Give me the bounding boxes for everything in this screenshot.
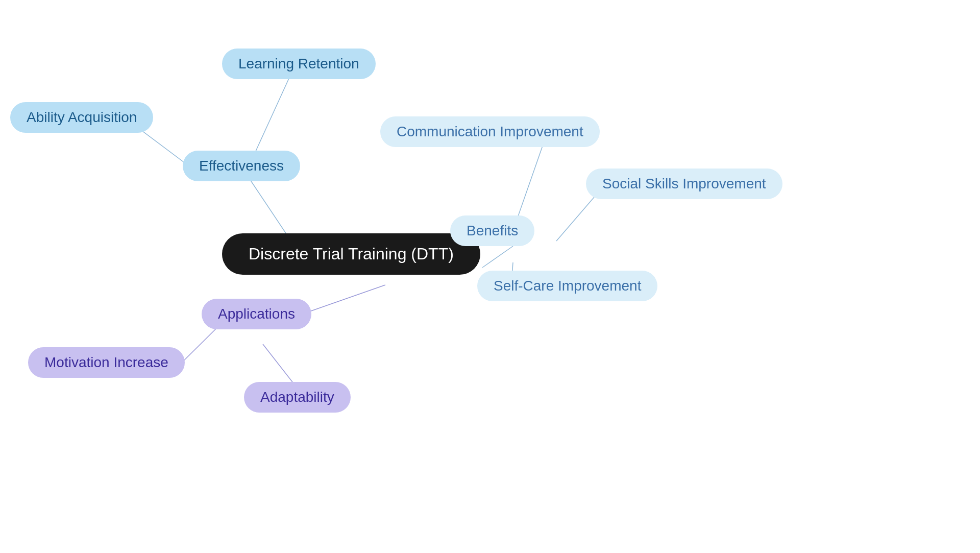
communication-improvement-node: Communication Improvement [380, 116, 600, 147]
benefits-node: Benefits [450, 215, 534, 246]
center-node: Discrete Trial Training (DTT) [222, 233, 480, 275]
self-care-improvement-node: Self-Care Improvement [477, 271, 657, 301]
applications-node: Applications [202, 299, 311, 329]
learning-retention-node: Learning Retention [222, 49, 376, 79]
adaptability-node: Adaptability [244, 382, 351, 413]
svg-line-5 [556, 197, 595, 241]
motivation-increase-node: Motivation Increase [28, 347, 185, 378]
ability-acquisition-node: Ability Acquisition [10, 102, 153, 133]
svg-line-1 [250, 74, 291, 163]
social-skills-improvement-node: Social Skills Improvement [586, 169, 782, 199]
effectiveness-node: Effectiveness [183, 151, 300, 181]
svg-line-3 [482, 246, 513, 268]
